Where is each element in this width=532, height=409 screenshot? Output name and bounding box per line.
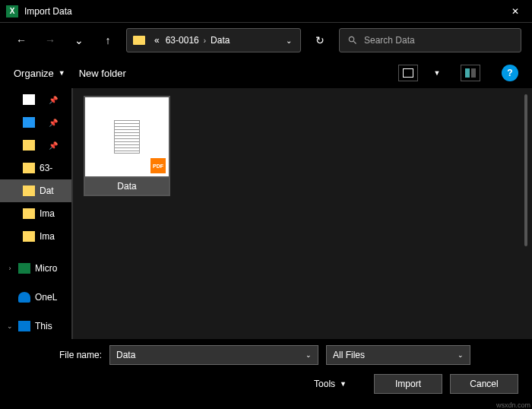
- new-folder-button[interactable]: New folder: [79, 68, 126, 79]
- onedrive-icon: [18, 292, 30, 303]
- chevron-down-icon: ▼: [340, 380, 347, 388]
- view-button[interactable]: [398, 65, 418, 81]
- import-button[interactable]: Import: [374, 374, 442, 394]
- file-list[interactable]: PDF Data: [73, 88, 532, 339]
- tree-item[interactable]: 63-: [0, 157, 71, 179]
- back-button[interactable]: ←: [11, 30, 32, 51]
- filename-value: Data: [116, 350, 135, 360]
- folder-icon: [23, 185, 35, 196]
- filetype-filter[interactable]: All Files ⌄: [326, 345, 470, 365]
- svg-rect-2: [465, 68, 470, 78]
- filter-value: All Files: [333, 350, 365, 360]
- tree-item[interactable]: ›Micro: [0, 257, 71, 280]
- tree-item[interactable]: 📌: [0, 88, 71, 111]
- address-dropdown[interactable]: ⌄: [277, 36, 300, 45]
- collapse-icon[interactable]: ⌄: [6, 322, 14, 330]
- crumb-current[interactable]: Data: [207, 35, 233, 46]
- dropdown-icon[interactable]: ⌄: [306, 351, 312, 359]
- organize-label: Organize: [14, 68, 54, 79]
- pdf-badge-icon: PDF: [150, 158, 166, 173]
- filename-input[interactable]: Data ⌄: [109, 345, 318, 365]
- crumb-parent[interactable]: 63-0016: [163, 35, 202, 46]
- search-box[interactable]: Search Data: [339, 28, 521, 52]
- navigation-tree: 📌 📌 📌 63- Dat Ima Ima ›Micro OneL ⌄This: [0, 88, 73, 339]
- toolbar: Organize ▼ New folder ▼ ?: [0, 58, 532, 88]
- recent-locations-button[interactable]: ⌄: [68, 30, 90, 51]
- pc-icon: [18, 321, 30, 331]
- tree-item[interactable]: 📌: [0, 134, 71, 157]
- filename-label: File name:: [14, 350, 102, 360]
- view-dropdown[interactable]: ▼: [432, 69, 442, 77]
- tree-item[interactable]: OneL: [0, 286, 71, 309]
- folder-icon: [23, 140, 35, 151]
- refresh-button[interactable]: ↻: [309, 28, 331, 52]
- tree-label: Micro: [35, 263, 57, 274]
- watermark: wsxdn.com: [496, 401, 530, 409]
- up-button[interactable]: ↑: [97, 30, 119, 51]
- pin-icon: 📌: [49, 141, 58, 150]
- view-icon: [403, 68, 413, 78]
- file-item-selected[interactable]: PDF Data: [84, 96, 170, 196]
- folder-icon: [23, 208, 35, 219]
- svg-rect-1: [404, 69, 413, 77]
- help-button[interactable]: ?: [502, 65, 518, 81]
- tree-label: OneL: [35, 292, 57, 303]
- crumb-prefix: «: [151, 35, 163, 46]
- dialog-body: 📌 📌 📌 63- Dat Ima Ima ›Micro OneL ⌄This …: [0, 88, 532, 339]
- search-icon: [347, 35, 358, 46]
- tree-label: Ima: [40, 231, 55, 242]
- thumbnail-preview: [114, 120, 140, 154]
- preview-pane-icon: [465, 68, 476, 78]
- search-placeholder: Search Data: [364, 35, 415, 46]
- address-bar[interactable]: « 63-0016 › Data ⌄: [126, 28, 301, 52]
- tree-label: 63-: [40, 163, 52, 173]
- chevron-down-icon: ▼: [59, 69, 65, 77]
- tree-label: Ima: [40, 208, 55, 219]
- titlebar: X Import Data ✕: [0, 0, 532, 23]
- window-title: Import Data: [24, 6, 72, 17]
- file-thumbnail: PDF: [84, 96, 170, 178]
- tree-label: Dat: [40, 185, 54, 196]
- tree-item-selected[interactable]: Dat: [0, 179, 71, 202]
- folder-icon: [133, 36, 145, 45]
- folder-icon: [23, 163, 35, 173]
- dialog-footer: File name: Data ⌄ All Files ⌄ Tools ▼ Im…: [0, 339, 532, 409]
- organize-button[interactable]: Organize ▼: [14, 68, 65, 79]
- svg-rect-3: [471, 68, 476, 78]
- excel-icon: X: [6, 5, 18, 17]
- picture-icon: [23, 117, 35, 128]
- pin-icon: 📌: [49, 96, 58, 104]
- folder-icon: [23, 231, 35, 242]
- tree-scrollbar[interactable]: [524, 94, 527, 246]
- dropdown-icon[interactable]: ⌄: [458, 351, 464, 359]
- tree-item[interactable]: Ima: [0, 225, 71, 248]
- close-button[interactable]: ✕: [498, 0, 532, 23]
- tree-item[interactable]: ⌄This: [0, 315, 71, 338]
- tools-label: Tools: [314, 379, 335, 389]
- document-icon: [23, 94, 35, 105]
- tree-item[interactable]: Ima: [0, 202, 71, 225]
- cancel-button[interactable]: Cancel: [450, 374, 518, 394]
- chevron-right-icon: ›: [202, 36, 207, 45]
- tools-button[interactable]: Tools ▼: [314, 379, 347, 389]
- expand-icon[interactable]: ›: [6, 265, 14, 272]
- tree-item[interactable]: 📌: [0, 111, 71, 134]
- excel-icon: [18, 263, 30, 274]
- tree-label: This: [35, 321, 52, 331]
- forward-button[interactable]: →: [40, 30, 61, 51]
- file-name: Data: [84, 178, 170, 196]
- nav-row: ← → ⌄ ↑ « 63-0016 › Data ⌄ ↻ Search Data: [0, 23, 532, 58]
- pin-icon: 📌: [49, 119, 58, 127]
- preview-pane-button[interactable]: [461, 65, 480, 81]
